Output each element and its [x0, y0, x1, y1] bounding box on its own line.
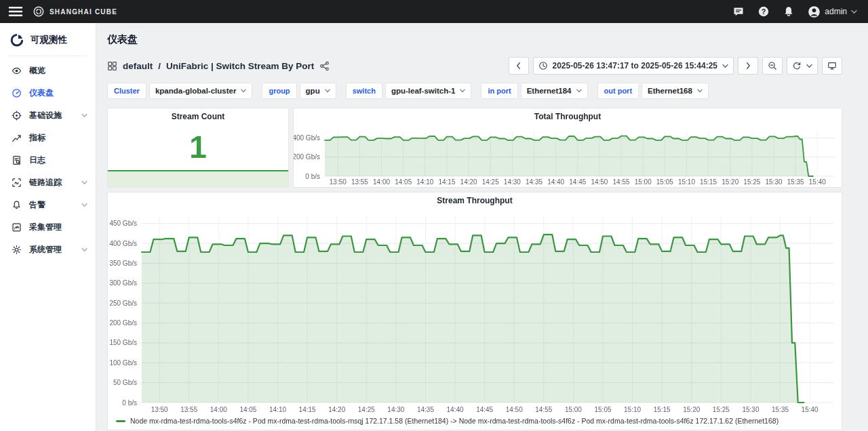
logs-icon — [12, 155, 22, 165]
svg-text:?: ? — [762, 7, 766, 16]
time-range-label: 2025-05-26 13:47:17 to 2025-05-26 15:44:… — [553, 61, 718, 70]
filter-select-cluster[interactable]: kpanda-global-cluster — [149, 83, 253, 99]
refresh-button[interactable] — [787, 57, 818, 75]
sidebar-item-system-mgmt[interactable]: 系统管理 — [0, 239, 96, 261]
total-throughput-plot[interactable]: 0 b/s200 Gb/s400 Gb/s13:5013:5514:0014:0… — [294, 125, 842, 187]
sidebar-item-label: 仪表盘 — [29, 87, 54, 99]
sidebar-item-label: 链路追踪 — [29, 177, 62, 188]
breadcrumb: default / UniFabric | Switch Stream By P… — [107, 61, 330, 71]
breadcrumb-dashboard: UniFabric | Switch Stream By Port — [166, 61, 314, 71]
gauge-icon — [12, 88, 22, 98]
panel-title-stream-count[interactable]: Stream Count — [108, 108, 288, 125]
monitor-icon — [827, 61, 837, 70]
legend-label[interactable]: Node mx-rdma-test-rdma-tools-s4f6z - Pod… — [130, 417, 778, 425]
sidebar-item-label: 基础设施 — [29, 110, 62, 121]
sidebar-item-tracing[interactable]: 链路追踪 — [0, 171, 96, 194]
svg-text:14:15: 14:15 — [438, 178, 455, 186]
svg-text:15:20: 15:20 — [722, 178, 738, 186]
filter-label-cluster: Cluster — [107, 83, 146, 99]
kiosk-mode-button[interactable] — [822, 57, 842, 75]
chevron-down-icon — [806, 64, 812, 68]
sidebar-item-alerts[interactable]: 告警 — [0, 194, 96, 216]
svg-text:0 b/s: 0 b/s — [122, 399, 137, 407]
filter-select-group[interactable]: gpu — [300, 83, 336, 99]
svg-text:13:50: 13:50 — [151, 406, 168, 413]
svg-text:14:55: 14:55 — [535, 406, 552, 413]
filter-label-in-port: in port — [481, 83, 517, 99]
sidebar-item-dashboards[interactable]: 仪表盘 — [0, 82, 96, 104]
hamburger-menu-icon[interactable] — [7, 3, 24, 20]
filter-select-out-port[interactable]: Ethernet168 — [642, 83, 709, 99]
eye-icon — [12, 66, 22, 76]
brand-name: SHANGHAI CUBE — [50, 8, 117, 16]
svg-text:15:35: 15:35 — [787, 178, 804, 186]
time-range-picker[interactable]: 2025-05-26 13:47:17 to 2025-05-26 15:44:… — [533, 57, 734, 75]
panel-stream-throughput: Stream Throughput 0 b/s50 Gb/s100 Gb/s15… — [107, 192, 842, 430]
sidebar-item-label: 日志 — [29, 155, 45, 166]
svg-text:14:35: 14:35 — [417, 406, 434, 413]
share-icon[interactable] — [319, 61, 330, 71]
sidebar-item-infrastructure[interactable]: 基础设施 — [0, 104, 96, 127]
chevron-down-icon — [460, 89, 465, 93]
chevron-down-icon — [325, 89, 330, 93]
filter-label-out-port: out port — [597, 83, 639, 99]
svg-text:15:05: 15:05 — [594, 406, 611, 413]
filter-cluster: Clusterkpanda-global-cluster — [107, 83, 252, 99]
panel-title-stream-throughput[interactable]: Stream Throughput — [108, 192, 842, 209]
chevron-down-icon — [722, 64, 728, 68]
zoom-out-icon — [768, 61, 777, 70]
svg-text:14:00: 14:00 — [373, 178, 390, 186]
sidebar-item-logs[interactable]: 日志 — [0, 149, 96, 171]
stream-throughput-plot[interactable]: 0 b/s50 Gb/s100 Gb/s150 Gb/s200 Gb/s250 … — [108, 209, 842, 415]
feedback-message-icon[interactable] — [732, 5, 745, 18]
svg-text:13:55: 13:55 — [180, 406, 197, 413]
user-menu[interactable]: admin — [808, 5, 857, 18]
svg-text:450 Gb/s: 450 Gb/s — [109, 220, 137, 227]
sidebar-nav: 概览仪表盘基础设施指标日志链路追踪告警采集管理系统管理 — [0, 60, 96, 261]
breadcrumb-workspace[interactable]: default — [123, 61, 153, 71]
svg-text:13:55: 13:55 — [351, 178, 368, 186]
svg-text:14:50: 14:50 — [591, 178, 608, 186]
avatar-icon — [808, 5, 821, 18]
sidebar-item-label: 告警 — [29, 199, 45, 211]
svg-text:15:20: 15:20 — [683, 406, 700, 413]
time-shift-forward-button[interactable] — [738, 57, 758, 75]
filter-group: groupgpu — [262, 83, 336, 99]
notifications-bell-icon[interactable] — [783, 5, 795, 18]
panel-stream-count: Stream Count 1 — [107, 108, 289, 188]
svg-text:15:40: 15:40 — [802, 406, 818, 413]
sidebar-header-label: 可观测性 — [31, 34, 67, 46]
svg-text:14:00: 14:00 — [210, 406, 227, 413]
svg-text:14:55: 14:55 — [613, 178, 630, 186]
svg-text:400 Gb/s: 400 Gb/s — [294, 134, 320, 142]
help-icon[interactable]: ? — [757, 5, 770, 18]
target-icon — [12, 110, 22, 121]
svg-text:0 b/s: 0 b/s — [305, 173, 320, 180]
total-throughput-chart[interactable]: 0 b/s200 Gb/s400 Gb/s13:5013:5514:0014:0… — [294, 125, 842, 187]
svg-text:14:50: 14:50 — [506, 406, 523, 413]
svg-text:14:25: 14:25 — [358, 406, 375, 413]
stream-count-sparkline — [108, 170, 288, 187]
breadcrumb-separator: / — [158, 61, 161, 71]
svg-text:15:00: 15:00 — [565, 406, 582, 413]
zoom-out-button[interactable] — [762, 57, 783, 75]
sidebar-item-label: 系统管理 — [29, 244, 62, 255]
sidebar: 可观测性 概览仪表盘基础设施指标日志链路追踪告警采集管理系统管理 — [0, 23, 96, 431]
svg-text:14:05: 14:05 — [395, 178, 412, 186]
clock-icon — [538, 61, 548, 70]
svg-text:14:10: 14:10 — [416, 178, 433, 186]
filter-select-switch[interactable]: gpu-leaf-switch-1 — [385, 83, 472, 99]
svg-text:14:30: 14:30 — [387, 406, 404, 413]
filter-select-in-port[interactable]: Ethernet184 — [521, 83, 588, 99]
sidebar-item-collection-mgmt[interactable]: 采集管理 — [0, 216, 96, 239]
brand[interactable]: SHANGHAI CUBE — [33, 5, 117, 18]
panel-title-total-throughput[interactable]: Total Throughput — [294, 108, 842, 125]
filter-switch: switchgpu-leaf-switch-1 — [346, 83, 472, 99]
sidebar-item-overview[interactable]: 概览 — [0, 60, 96, 82]
stream-throughput-chart[interactable]: 0 b/s50 Gb/s100 Gb/s150 Gb/s200 Gb/s250 … — [108, 209, 842, 415]
sidebar-item-metrics[interactable]: 指标 — [0, 127, 96, 149]
svg-text:14:15: 14:15 — [299, 406, 316, 413]
sidebar-item-label: 指标 — [29, 132, 45, 144]
svg-text:14:40: 14:40 — [447, 406, 464, 413]
time-shift-back-button[interactable] — [509, 57, 529, 75]
